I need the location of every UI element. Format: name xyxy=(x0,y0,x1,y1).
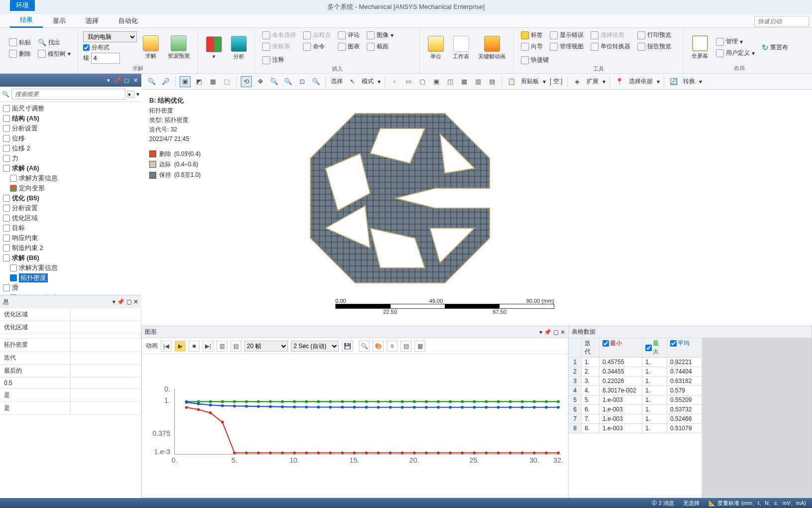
anim-last-button[interactable]: ▶| xyxy=(203,341,213,352)
find-button[interactable]: 🔍找出 xyxy=(36,37,73,48)
tb-pick-elem-icon[interactable]: ▦ xyxy=(459,76,470,87)
analyze-button-1[interactable]: ▾ xyxy=(203,35,225,61)
table-row[interactable]: 88.1.e-0031.0.51079 xyxy=(569,424,702,433)
details-row[interactable]: 是 xyxy=(0,389,141,402)
outline-search-dropdown[interactable]: ▾ xyxy=(127,91,134,98)
details-undock-icon[interactable]: ▢ xyxy=(126,298,132,305)
section-button[interactable]: 截面 xyxy=(365,41,396,52)
graph-pin-icon[interactable]: 📌 xyxy=(544,329,551,336)
details-row[interactable]: 优化区域 xyxy=(0,308,141,321)
tb-shade-icon[interactable]: ◩ xyxy=(194,76,204,87)
table-row[interactable]: 55.1.e-0031.0.55209 xyxy=(569,395,702,405)
anim-stop-button[interactable]: ■ xyxy=(189,341,200,352)
tb-pick-8-icon[interactable]: ▤ xyxy=(487,76,498,87)
print-preview-button[interactable]: 打印预览 xyxy=(635,30,673,40)
paste-button[interactable]: 粘贴 xyxy=(7,37,33,48)
table-row[interactable]: 66.1.e-0031.0.53732 xyxy=(569,405,702,414)
tree-node[interactable]: 位移 xyxy=(1,133,140,143)
tree-node[interactable]: 面尺寸调整 xyxy=(1,104,140,114)
tree-node[interactable]: 求解方案信息 xyxy=(1,173,140,183)
table-row[interactable]: 22.0.344551.0.74404 xyxy=(569,367,702,377)
worksheet-button[interactable]: 工作表 xyxy=(450,35,472,61)
outline-filter-dropdown[interactable]: ▾ xyxy=(136,91,139,98)
tree-node[interactable]: 滑 xyxy=(1,283,140,293)
environment-tab[interactable]: 环境 xyxy=(10,0,35,11)
tree-node[interactable]: 制造约束 2 xyxy=(1,243,140,253)
tb-rotate-icon[interactable]: ⟲ xyxy=(241,76,252,87)
tb-zoom1-icon[interactable]: 🔍 xyxy=(269,76,280,87)
details-row[interactable] xyxy=(0,334,141,339)
chart-color-button[interactable]: 🎨 xyxy=(373,341,384,352)
tree-node[interactable]: 优化区域 xyxy=(1,213,140,223)
panel-dropdown-icon[interactable]: ▾ xyxy=(104,76,112,84)
tb-cursor-icon[interactable]: ↖ xyxy=(347,76,358,87)
frames-select[interactable]: 20 帧 xyxy=(244,341,288,352)
hotkey-button[interactable]: 快捷键 xyxy=(519,55,551,65)
solve-button[interactable]: 求解 xyxy=(140,34,162,61)
table-row[interactable]: 33.0.220261.0.63182 xyxy=(569,377,702,386)
comment-button[interactable]: 评论 xyxy=(336,30,362,40)
tree-node[interactable]: 优化 (B5) xyxy=(1,193,140,203)
tab-result[interactable]: 结果 xyxy=(10,13,43,28)
tb-extend-icon[interactable]: ◈ xyxy=(572,76,583,87)
chart-grid1-button[interactable]: ▤ xyxy=(401,341,411,352)
tree-node[interactable]: 求解 (A6) xyxy=(1,163,140,173)
tree-node[interactable]: 位移 2 xyxy=(1,143,140,153)
tb-zoom2-icon[interactable]: 🔍 xyxy=(283,76,294,87)
user-defined-button[interactable]: 用户定义▾ xyxy=(714,48,757,58)
tag-button[interactable]: 标签 xyxy=(519,30,545,40)
outline-tree[interactable]: 面尺寸调整结构 (A5)分析设置位移位移 2力求解 (A6)求解方案信息定向变形… xyxy=(0,102,141,295)
tb-pick-node-icon[interactable]: ◫ xyxy=(445,76,456,87)
min-col-checkbox[interactable] xyxy=(603,340,609,347)
show-errors-button[interactable]: 显示错误 xyxy=(548,30,586,40)
tab-automation[interactable]: 自动化 xyxy=(108,14,148,27)
tb-pick-7-icon[interactable]: ▥ xyxy=(473,76,484,87)
max-col-checkbox[interactable] xyxy=(645,345,652,351)
remote-point-button[interactable]: 远程点 xyxy=(301,30,333,40)
tb-clip-icon[interactable]: 📋 xyxy=(506,76,517,87)
tb-cube-icon[interactable]: ▣ xyxy=(180,76,191,87)
panel-close-icon[interactable]: ✕ xyxy=(131,76,139,84)
graph-dropdown-icon[interactable]: ▾ xyxy=(539,329,542,336)
anim-play-button[interactable]: ▶ xyxy=(175,341,186,352)
coord-system-button[interactable]: 坐标系 xyxy=(260,41,298,52)
data-table[interactable]: 迭代 最小 最大 平均 11.0.457551.0.9222122.0.3445… xyxy=(569,338,702,498)
tree-node[interactable]: 结构 (A5) xyxy=(1,114,140,124)
table-row[interactable]: 44.6.3017e-0021.0.579 xyxy=(569,386,702,395)
anim-mode2-button[interactable]: ▤ xyxy=(230,341,241,352)
anim-first-button[interactable]: |◀ xyxy=(161,341,172,352)
chart-zoom-button[interactable]: 🔍 xyxy=(359,341,370,352)
named-selection-button[interactable]: 命名选择 xyxy=(260,30,298,40)
tb-convert-icon[interactable]: 🔄 xyxy=(668,76,679,87)
details-row[interactable]: 迭代 xyxy=(0,352,141,365)
panel-pin-icon[interactable]: 📌 xyxy=(113,76,121,84)
chart-grid2-button[interactable]: ▦ xyxy=(414,341,425,352)
tree-node[interactable]: 响应约束 xyxy=(1,233,140,243)
manage-layout-button[interactable]: 管理▾ xyxy=(714,36,757,47)
details-row[interactable]: 拓扑密度 xyxy=(0,339,141,352)
details-row[interactable]: 最后的 xyxy=(0,365,141,378)
tb-pick-edge-icon[interactable]: ▭ xyxy=(403,76,414,87)
tree-node[interactable]: 求解方案信息 xyxy=(1,263,140,273)
units-button[interactable]: 单位 xyxy=(425,35,447,61)
time-select[interactable]: 2 Sec (自动) xyxy=(291,341,339,352)
tb-selby-icon[interactable]: 📍 xyxy=(614,76,625,87)
tree-node[interactable]: 分析设置 xyxy=(1,203,140,213)
tb-iso-icon[interactable]: ⬚ xyxy=(221,76,232,87)
graph-close-icon[interactable]: ✕ xyxy=(560,329,565,336)
quick-launch-input[interactable] xyxy=(754,16,809,27)
graph-undock-icon[interactable]: ▢ xyxy=(553,329,559,336)
fullscreen-button[interactable]: 全屏幕 xyxy=(689,34,711,61)
avg-col-checkbox[interactable] xyxy=(670,340,677,347)
details-row[interactable]: 0.5 xyxy=(0,378,141,389)
annotation-button[interactable]: 注释 xyxy=(260,55,286,65)
tb-zoombox-icon[interactable]: 🔍 xyxy=(310,76,321,87)
details-pin-icon[interactable]: 📌 xyxy=(117,298,124,305)
tb-wire-icon[interactable]: ▦ xyxy=(207,76,218,87)
selection-info-button[interactable]: 选择信息 xyxy=(589,30,632,40)
tab-display[interactable]: 显示 xyxy=(43,14,76,27)
tb-pick-vert-icon[interactable]: ▫ xyxy=(389,76,400,87)
tb-pick-face-icon[interactable]: ▢ xyxy=(417,76,428,87)
distributed-checkbox[interactable]: 分布式 xyxy=(83,43,137,52)
tree-node[interactable]: 求解 (B6) xyxy=(1,253,140,263)
